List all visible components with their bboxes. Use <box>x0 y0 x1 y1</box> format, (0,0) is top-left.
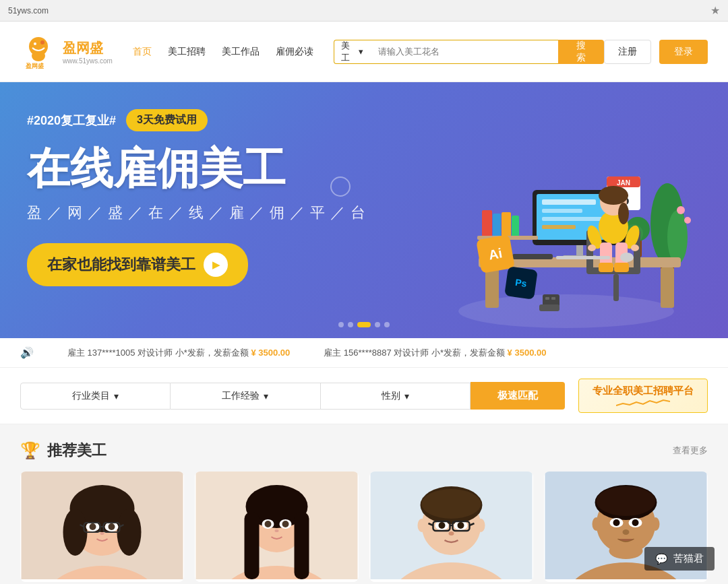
promo-chart-decoration <box>616 399 670 407</box>
worker-cards-grid <box>20 472 708 582</box>
industry-chevron: ▾ <box>114 391 119 401</box>
svg-point-83 <box>282 521 289 527</box>
dot-3-active[interactable] <box>357 322 371 327</box>
match-button[interactable]: 极速匹配 <box>471 382 565 410</box>
nav-guide[interactable]: 雇佣必读 <box>276 46 313 58</box>
svg-point-82 <box>265 521 272 527</box>
logo-area: 盈网盛 盈网盛 www.51yws.com <box>20 33 113 70</box>
worker-photo-3 <box>369 472 533 579</box>
svg-point-11 <box>684 217 691 224</box>
svg-point-89 <box>422 489 481 519</box>
search-type-label: 美工 <box>341 40 359 64</box>
svg-point-10 <box>677 206 685 214</box>
svg-rect-53 <box>512 254 553 259</box>
svg-point-73 <box>100 532 104 535</box>
section-title-text: 推荐美工 <box>47 441 107 461</box>
svg-point-4 <box>40 40 44 44</box>
gender-filter[interactable]: 性别 ▾ <box>321 383 471 410</box>
svg-rect-14 <box>661 267 674 308</box>
filter-bar: 行业类目 ▾ 工作经验 ▾ 性别 ▾ 极速匹配 专业全职美工招聘平台 <box>0 368 728 424</box>
svg-point-52 <box>620 253 634 262</box>
wechat-icon: 💬 <box>655 553 668 565</box>
dot-1[interactable] <box>338 322 344 327</box>
svg-point-110 <box>632 519 639 526</box>
dot-4[interactable] <box>375 322 380 327</box>
svg-point-99 <box>449 531 454 536</box>
svg-rect-36 <box>613 274 619 301</box>
browser-chrome: 51yws.com ★ <box>0 0 728 22</box>
svg-rect-55 <box>545 297 549 300</box>
svg-rect-79 <box>295 512 309 579</box>
svg-point-106 <box>597 486 656 516</box>
banner-main-title: 在线雇佣美工 <box>27 145 371 192</box>
section-title: 🏆 推荐美工 <box>20 441 107 461</box>
worker-card-3[interactable] <box>369 472 533 582</box>
experience-chevron: ▾ <box>264 391 268 401</box>
search-type-chevron: ▾ <box>359 46 363 57</box>
login-button[interactable]: 登录 <box>659 40 708 64</box>
banner-cta-text: 在家也能找到靠谱美工 <box>47 255 195 275</box>
svg-rect-57 <box>539 304 559 311</box>
search-type-dropdown[interactable]: 美工 ▾ <box>334 40 370 64</box>
recommended-section: 🏆 推荐美工 查看更多 <box>0 424 728 584</box>
nav-home[interactable]: 首页 <box>133 46 152 58</box>
svg-point-114 <box>609 543 643 559</box>
worker-card-1[interactable] <box>20 472 184 582</box>
svg-rect-21 <box>542 217 603 221</box>
svg-point-2 <box>34 42 36 45</box>
svg-point-112 <box>593 517 601 531</box>
search-area: 美工 ▾ 搜索 <box>334 40 604 64</box>
salary-ticker: 🔊 雇主 137****1005 对设计师 小*发薪，发薪金额 ¥ 3500.0… <box>0 338 728 368</box>
banner-tag-line: #2020复工复业# 3天免费试用 <box>27 109 371 131</box>
svg-point-92 <box>439 522 446 529</box>
svg-rect-20 <box>542 209 582 213</box>
svg-rect-47 <box>600 242 612 266</box>
svg-point-45 <box>588 245 596 251</box>
industry-filter[interactable]: 行业类目 ▾ <box>20 383 171 410</box>
svg-rect-19 <box>542 199 596 205</box>
register-button[interactable]: 注册 <box>604 40 651 64</box>
worker-card-2[interactable] <box>195 472 359 582</box>
svg-rect-56 <box>551 297 555 300</box>
header-actions: 注册 登录 <box>604 40 708 64</box>
svg-point-63 <box>117 509 142 556</box>
browser-url: 51yws.com <box>8 6 49 15</box>
section-more-link[interactable]: 查看更多 <box>673 445 708 457</box>
experience-filter[interactable]: 工作经验 ▾ <box>171 383 320 410</box>
svg-point-113 <box>652 517 660 531</box>
svg-rect-22 <box>542 225 576 229</box>
wechat-watermark: 💬 苦猫君 <box>644 547 715 571</box>
nav-recruit[interactable]: 美工招聘 <box>168 46 206 58</box>
svg-point-66 <box>90 523 96 530</box>
ticker-item-1-amount: ¥ 3500.00 <box>251 348 290 358</box>
svg-rect-23 <box>482 210 492 237</box>
svg-rect-25 <box>502 212 511 237</box>
ticker-item-2-text: 雇主 156****8887 对设计师 小*发薪，发薪金额 <box>324 348 505 358</box>
search-button[interactable]: 搜索 <box>558 40 604 64</box>
wechat-name: 苦猫君 <box>673 552 704 565</box>
ticker-item-1: 雇主 137****1005 对设计师 小*发薪，发薪金额 ¥ 3500.00 <box>67 347 290 359</box>
banner-subtitle: 盈／网／盛／在／线／雇／佣／平／台 <box>27 203 371 223</box>
banner-cta-button[interactable]: 在家也能找到靠谱美工 ▶ <box>27 243 248 286</box>
banner-pagination-dots <box>338 322 390 327</box>
svg-rect-50 <box>614 263 629 272</box>
site-header: 盈网盛 盈网盛 www.51yws.com 首页 美工招聘 美工作品 雇佣必读 … <box>0 22 728 82</box>
svg-point-109 <box>613 519 620 526</box>
svg-point-62 <box>63 509 88 556</box>
gender-filter-label: 性别 <box>382 390 400 402</box>
nav-works[interactable]: 美工作品 <box>222 46 260 58</box>
svg-point-67 <box>109 523 115 530</box>
dot-5[interactable] <box>384 322 390 327</box>
svg-point-46 <box>631 245 639 251</box>
bookmark-star[interactable]: ★ <box>710 4 720 17</box>
trophy-icon: 🏆 <box>20 441 40 460</box>
svg-rect-51 <box>556 256 610 259</box>
svg-text:JAN: JAN <box>617 179 630 187</box>
search-input[interactable] <box>370 40 558 64</box>
experience-filter-label: 工作经验 <box>222 390 260 402</box>
svg-point-101 <box>477 519 485 532</box>
dot-2[interactable] <box>348 322 353 327</box>
ps-badge-decoration: Ps <box>504 266 538 300</box>
banner-free-trial: 3天免费试用 <box>126 109 208 131</box>
banner-illustration: JAN 15 <box>377 96 701 338</box>
